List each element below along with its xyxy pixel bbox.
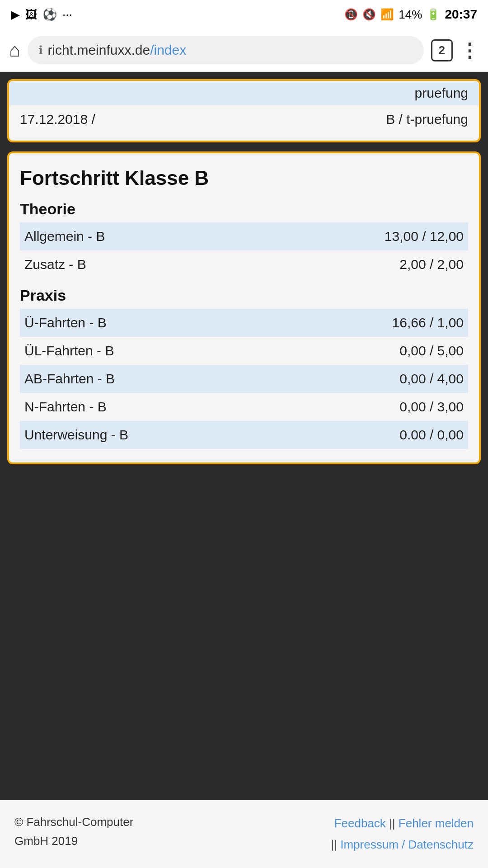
feedback-link[interactable]: Feedback [334,816,386,830]
theorie-table: Allgemein - B 13,00 / 12,00 Zusatz - B 2… [20,222,468,278]
top-card-value: B / t-pruefung [386,112,468,127]
top-card-header: pruefung [9,81,479,105]
url-domain: richt.meinfuxx.de [47,42,150,57]
fortschritt-title: Fortschritt Klasse B [20,167,468,189]
row-value: 0,00 / 3,00 [399,399,464,415]
top-card-row: 17.12.2018 / B / t-pruefung [9,105,479,133]
row-value: 16,66 / 1,00 [392,315,464,330]
fortschritt-card: Fortschritt Klasse B Theorie Allgemein -… [7,151,481,464]
separator-1: || [389,816,399,830]
table-row: N-Fahrten - B 0,00 / 3,00 [20,393,468,421]
mute-icon: 🔇 [362,8,376,21]
row-value: 0.00 / 0,00 [399,427,464,443]
top-card: pruefung 17.12.2018 / B / t-pruefung [7,79,481,142]
url-text: richt.meinfuxx.de/index [47,42,186,58]
row-label: ÜL-Fahrten - B [24,343,399,359]
battery-level: 14% [399,8,422,22]
table-row: Ü-Fahrten - B 16,66 / 1,00 [20,309,468,337]
row-label: Unterweisung - B [24,427,399,443]
status-bar: ▶ 🖼 ⚽ ··· 📵 🔇 📶 14% 🔋 20:37 [0,0,488,29]
youtube-icon: ▶ [11,8,20,22]
row-label: AB-Fahrten - B [24,371,399,387]
table-row: Allgemein - B 13,00 / 12,00 [20,222,468,250]
footer-links: Feedback || Fehler melden || Impressum /… [331,813,474,855]
table-row: AB-Fahrten - B 0,00 / 4,00 [20,365,468,393]
table-row: Unterweisung - B 0.00 / 0,00 [20,421,468,449]
home-icon[interactable]: ⌂ [9,39,20,61]
table-row: ÜL-Fahrten - B 0,00 / 5,00 [20,337,468,365]
theorie-title: Theorie [20,200,468,218]
separator-2: || [331,838,340,851]
praxis-title: Praxis [20,287,468,304]
more-icon: ··· [62,8,72,22]
fehler-melden-link[interactable]: Fehler melden [399,816,474,830]
battery-icon: 🔋 [427,8,440,21]
row-label: Zusatz - B [24,257,399,272]
footer-copyright: © Fahrschul-ComputerGmbH 2019 [14,813,133,850]
tab-count[interactable]: 2 [431,39,453,61]
page-content: pruefung 17.12.2018 / B / t-pruefung For… [0,72,488,800]
row-value: 2,00 / 2,00 [399,257,464,272]
table-row: Zusatz - B 2,00 / 2,00 [20,250,468,278]
url-bar[interactable]: ℹ richt.meinfuxx.de/index [28,36,423,64]
sports-icon: ⚽ [42,8,57,22]
row-label: Allgemein - B [24,229,385,244]
gallery-icon: 🖼 [25,8,37,22]
praxis-table: Ü-Fahrten - B 16,66 / 1,00 ÜL-Fahrten - … [20,309,468,449]
row-value: 13,00 / 12,00 [385,229,464,244]
wifi-icon: 📶 [380,8,394,21]
row-value: 0,00 / 4,00 [399,371,464,387]
row-label: Ü-Fahrten - B [24,315,392,330]
sim-icon: 📵 [344,8,358,21]
impressum-link[interactable]: Impressum / Datenschutz [340,838,474,851]
status-bar-left: ▶ 🖼 ⚽ ··· [11,8,72,22]
browser-menu-icon[interactable]: ⋮ [460,39,479,61]
time-display: 20:37 [445,7,477,22]
footer: © Fahrschul-ComputerGmbH 2019 Feedback |… [0,800,488,868]
row-label: N-Fahrten - B [24,399,399,415]
info-icon: ℹ [38,43,43,57]
row-value: 0,00 / 5,00 [399,343,464,359]
top-card-date: 17.12.2018 / [20,112,95,127]
url-path: /index [150,42,186,57]
browser-chrome: ⌂ ℹ richt.meinfuxx.de/index 2 ⋮ [0,29,488,72]
status-bar-right: 📵 🔇 📶 14% 🔋 20:37 [344,7,477,22]
